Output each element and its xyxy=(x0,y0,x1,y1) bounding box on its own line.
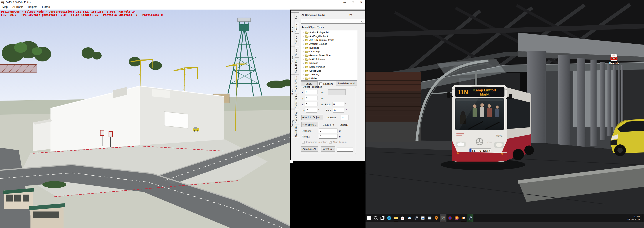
taskbar-icon-search[interactable] xyxy=(372,214,379,222)
taskbar-icon-photos[interactable] xyxy=(420,214,426,222)
expand-chevron-icon[interactable]: › xyxy=(302,50,305,53)
attach-to-object-button[interactable]: Attach to Object... xyxy=(301,115,323,120)
parent-to-button[interactable]: Parent to...: xyxy=(321,146,335,152)
object-select-combobox[interactable] xyxy=(301,19,365,24)
status-line-1: DESIGNMODUS - Select Mode - Cursorpositi… xyxy=(1,10,136,13)
pitch-input[interactable]: 0 xyxy=(332,102,344,107)
maximize-button[interactable]: ☐ xyxy=(349,0,357,4)
attpntnr-input[interactable]: 0 xyxy=(341,115,349,120)
taskbar-icon-start[interactable] xyxy=(366,214,372,222)
expand-chevron-icon[interactable]: › xyxy=(302,77,305,80)
taskbar-icon-aimp[interactable] xyxy=(446,214,453,222)
expand-chevron-icon[interactable]: › xyxy=(302,70,305,72)
menu-helpers[interactable]: Helpers xyxy=(26,4,40,9)
tree-item-crossings[interactable]: ›Crossings xyxy=(301,49,357,53)
parent-to-input[interactable] xyxy=(337,147,353,152)
folder-icon xyxy=(305,50,308,53)
desktop-icon-readme[interactable]: PDF ReadMe xyxy=(604,54,624,65)
tab-tile[interactable]: Tile xyxy=(295,12,299,22)
tree-item-label: MAK-Software xyxy=(310,58,325,61)
tree-item-static-vehicles[interactable]: ›Static Vehicles xyxy=(301,65,357,69)
tab-chrono[interactable]: Chrono xyxy=(291,46,295,74)
tab-prior[interactable]: Prior. xyxy=(291,12,295,46)
rot-input[interactable]: 0 xyxy=(306,108,317,113)
expand-chevron-icon[interactable]: › xyxy=(302,58,305,61)
expand-chevron-icon[interactable]: › xyxy=(302,39,305,41)
tree-item-addon-ruhrgebiet[interactable]: ›Addon Ruhrgebiet xyxy=(301,30,357,34)
bank-input[interactable]: 0 xyxy=(333,108,344,113)
pdf-icon: PDF xyxy=(611,54,617,61)
omsi-game-view[interactable]: 11N Kamp Lintfort Markt xyxy=(366,0,644,214)
show-desktop-button[interactable] xyxy=(643,214,644,222)
object-types-tree[interactable]: ›Addon Ruhrgebiet›AddOn_Gladbeck›ADDON_S… xyxy=(301,30,357,81)
expand-chevron-icon[interactable]: › xyxy=(302,43,305,45)
expand-chevron-icon[interactable]: › xyxy=(302,46,305,49)
expand-chevron-icon[interactable]: › xyxy=(302,62,305,64)
expand-chevron-icon[interactable]: › xyxy=(302,66,305,68)
random-checkbox[interactable] xyxy=(320,83,322,85)
menu-ai-traffic[interactable]: AI Traffic xyxy=(10,4,26,9)
tree-item-trees-lq[interactable]: ›Trees LQ xyxy=(301,73,357,77)
tab-envir[interactable]: Envir. xyxy=(291,75,295,109)
y-input[interactable]: 0 xyxy=(305,96,318,100)
tree-item-buildings[interactable]: ›Buildings xyxy=(301,46,357,50)
taskbar-icon-steam[interactable] xyxy=(413,214,420,222)
taskbar-icon-store[interactable] xyxy=(399,214,406,222)
taskbar-icon-taskview[interactable] xyxy=(379,214,386,222)
taskbar-icon-omsi[interactable]: 2 xyxy=(440,214,446,222)
taskbar-icon-mail[interactable] xyxy=(406,214,413,222)
expand-chevron-icon[interactable]: › xyxy=(302,54,305,57)
x-input[interactable]: 0 xyxy=(305,90,318,94)
taskbar-icon-explorer[interactable] xyxy=(392,214,399,222)
title-bar[interactable]: OMSI 2.3.004 - Editor — ☐ ✕ xyxy=(0,0,365,5)
load-directory-button[interactable]: Load directory! xyxy=(336,81,357,86)
taskbar-icon-blender[interactable] xyxy=(460,214,467,222)
taskbar-icon-edge[interactable] xyxy=(386,214,392,222)
brick-wall xyxy=(366,72,421,142)
folder-icon xyxy=(305,43,308,45)
tree-item-ambient-sounds[interactable]: ›Ambient Sounds xyxy=(301,42,357,46)
tree-item-addon-gladbeck[interactable]: ›AddOn_Gladbeck xyxy=(301,34,357,38)
taskbar-clock[interactable]: 11:57 08.06.2023 xyxy=(628,214,643,222)
tree-item-utilities[interactable]: ›Utilities xyxy=(301,76,357,80)
tab-debug[interactable]: Debug xyxy=(291,109,295,138)
range-input[interactable]: 0 xyxy=(319,134,338,138)
z-unit: m xyxy=(321,103,324,106)
object-properties-group: Object Properties x: 0 m y: 0 m z: 0 m P… xyxy=(300,87,356,154)
tab-station-links[interactable]: Station Links xyxy=(295,94,299,109)
tree-item-mak-software[interactable]: ›MAK-Software xyxy=(301,57,357,61)
align-terrain-checkbox[interactable]: ✓ xyxy=(329,141,332,143)
tab-tracks-trips[interactable]: Tracks & Trips xyxy=(295,75,299,93)
auto-rot-all-button[interactable]: Auto Rot. All xyxy=(301,146,318,152)
tab-objects[interactable]: Objects xyxy=(295,23,299,34)
tree-item-railroad[interactable]: ›Railroad xyxy=(301,61,357,65)
tab-signal-rts[interactable]: Signal Rts xyxy=(295,125,299,138)
expand-chevron-icon[interactable]: › xyxy=(302,31,305,34)
tab-splines[interactable]: Splines xyxy=(295,34,299,46)
minimize-button[interactable]: — xyxy=(340,0,349,4)
tab-terrain[interactable]: Terrain xyxy=(295,47,299,58)
expand-chevron-icon[interactable]: › xyxy=(302,73,305,76)
tab-spline-exp[interactable]: Spline-Exp. xyxy=(295,110,299,124)
taskbar-icon-map[interactable] xyxy=(433,214,440,222)
z-input[interactable]: 0 xyxy=(305,102,318,107)
distance-input[interactable]: 0 xyxy=(319,128,338,133)
tab-traffic-rules[interactable]: Traffic Rules xyxy=(295,58,299,75)
close-button[interactable]: ✕ xyxy=(357,0,365,4)
tree-item-street-side[interactable]: ›Street Side xyxy=(301,69,357,73)
bank-label: Bank: xyxy=(326,109,332,112)
tangential-checkbox[interactable] xyxy=(302,141,304,143)
x-label: x: xyxy=(302,91,304,94)
blank-button[interactable] xyxy=(328,90,346,95)
expand-chevron-icon[interactable]: › xyxy=(302,35,305,38)
menu-map[interactable]: Map xyxy=(0,4,10,9)
tree-item-label: Trees LQ xyxy=(310,73,319,76)
menu-extras[interactable]: Extras xyxy=(40,4,52,9)
tree-item-addon-simplestreets[interactable]: ›ADDON_SimpleStreets xyxy=(301,38,357,42)
to-spline-button[interactable]: ~ to Spline ... xyxy=(301,122,318,127)
tree-item-german-street-side[interactable]: ›German Street Side xyxy=(301,53,357,57)
taskbar-icon-firefox[interactable] xyxy=(453,214,460,222)
taskbar-icon-window[interactable] xyxy=(426,214,433,222)
editor-3d-viewport[interactable]: DESIGNMODUS - Select Mode - Cursorpositi… xyxy=(0,9,290,228)
taskbar-icon-steam-game[interactable] xyxy=(467,214,474,222)
